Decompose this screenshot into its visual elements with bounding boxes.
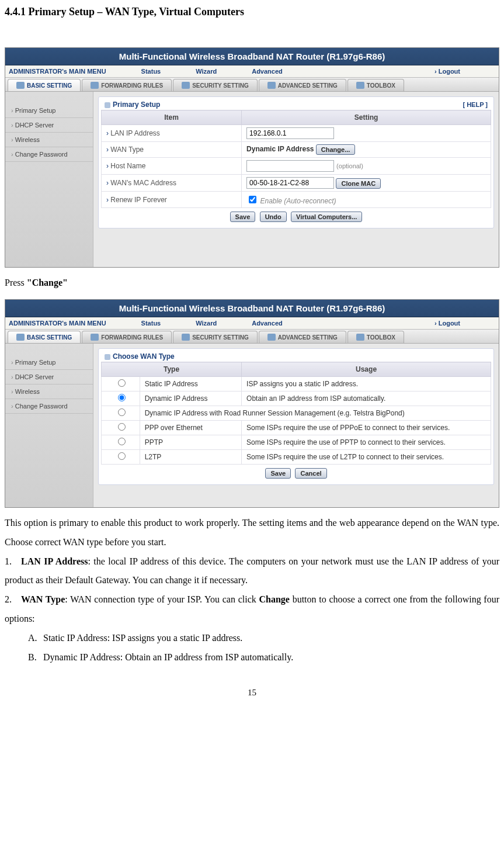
menu-wizard-2[interactable]: Wizard	[196, 320, 217, 327]
router-menubar: ADMINISTRATOR's MAIN MENU Status Wizard …	[5, 65, 499, 78]
screenshot-primary-setup: Multi-Functional Wireless Broadband NAT …	[5, 47, 499, 268]
sidebar-item-primary-setup-2[interactable]: Primary Setup	[5, 355, 93, 370]
wan-usage-pppoe: Some ISPs require the use of PPPoE to co…	[242, 421, 491, 435]
sidebar-item-wireless[interactable]: Wireless	[5, 133, 93, 147]
tab-advanced-setting-2[interactable]: ADVANCED SETTING	[259, 331, 346, 343]
row-host-name-label: Host Name	[102, 158, 242, 175]
wan-radio-dynamic[interactable]	[118, 394, 126, 401]
wan-cancel-button[interactable]: Cancel	[295, 468, 326, 479]
wan-type-l2tp: L2TP	[140, 450, 241, 465]
wan-type-dynamic-rr: Dynamic IP Address with Road Runner Sess…	[140, 406, 491, 421]
advanced-icon-2	[267, 334, 276, 341]
wan-radio-static[interactable]	[118, 379, 126, 387]
panel-title-icon-2	[105, 354, 110, 360]
th-item: Item	[102, 110, 242, 125]
menu-logout-2[interactable]: Logout	[439, 320, 460, 327]
list-sub-b: B.Dynamic IP Address: Obtain an IP addre…	[28, 648, 499, 667]
tab-forwarding-rules[interactable]: FORWARDING RULES	[82, 79, 172, 91]
tab-toolbox[interactable]: TOOLBOX	[347, 79, 404, 91]
router-sidebar-2: Primary Setup DHCP Server Wireless Chang…	[5, 344, 93, 507]
tab-advanced-setting[interactable]: ADVANCED SETTING	[259, 79, 346, 91]
numbered-list: 1.LAN IP Address: the local IP address o…	[5, 552, 499, 667]
body-paragraph: This option is primary to enable this pr…	[5, 514, 499, 552]
choose-wan-type-panel: Choose WAN Type Type Usage Static IP Add…	[98, 348, 494, 485]
tab-security-setting-2[interactable]: SECURITY SETTING	[173, 331, 258, 343]
sidebar-item-dhcp-server[interactable]: DHCP Server	[5, 118, 93, 133]
router-tabbar-2: BASIC SETTING FORWARDING RULES SECURITY …	[5, 330, 499, 344]
wan-type-table: Type Usage Static IP Address ISP assigns…	[101, 362, 491, 465]
sidebar-item-change-password[interactable]: Change Password	[5, 147, 93, 162]
wan-mac-input[interactable]	[246, 177, 334, 189]
sidebar-item-wireless-2[interactable]: Wireless	[5, 384, 93, 399]
primary-setup-panel: Primary Setup [ HELP ] Item Setting LAN …	[98, 96, 494, 228]
panel-title: Primary Setup	[113, 101, 160, 109]
list-item-1: 1.LAN IP Address: the local IP address o…	[5, 552, 499, 591]
page-number: 15	[5, 688, 499, 698]
wan-usage-pptp: Some ISPs require the use of PPTP to con…	[242, 435, 491, 450]
wan-type-pptp: PPTP	[140, 435, 241, 450]
th-setting: Setting	[242, 110, 491, 125]
wan-type-dynamic: Dynamic IP Address	[140, 392, 241, 406]
primary-setup-table: Item Setting LAN IP Address WAN Type Dyn…	[101, 110, 491, 208]
menu-advanced-2[interactable]: Advanced	[252, 320, 283, 327]
tab-forwarding-rules-2[interactable]: FORWARDING RULES	[82, 331, 172, 343]
row-wan-type-label: WAN Type	[102, 142, 242, 158]
host-name-optional: (optional)	[336, 162, 363, 169]
sidebar-item-primary-setup[interactable]: Primary Setup	[5, 103, 93, 118]
list-item-2: 2.WAN Type: WAN connection type of your …	[5, 590, 499, 629]
menu-advanced[interactable]: Advanced	[252, 68, 283, 75]
virtual-computers-button[interactable]: Virtual Computers...	[291, 212, 362, 222]
wan-type-static: Static IP Address	[140, 377, 241, 392]
clone-mac-button[interactable]: Clone MAC	[336, 178, 381, 189]
sidebar-item-change-password-2[interactable]: Change Password	[5, 399, 93, 414]
list-sub-a: A.Static IP Address: ISP assigns you a s…	[28, 629, 499, 648]
wan-usage-dynamic: Obtain an IP address from ISP automatica…	[242, 392, 491, 406]
router-sidebar: Primary Setup DHCP Server Wireless Chang…	[5, 92, 93, 267]
wan-save-button[interactable]: Save	[265, 468, 291, 479]
menu-status-2[interactable]: Status	[141, 320, 161, 327]
basic-setting-icon-2	[16, 334, 25, 341]
forwarding-icon-2	[91, 334, 99, 341]
primary-button-row: Save Undo Virtual Computers...	[101, 208, 491, 226]
renew-ip-checkbox[interactable]	[249, 196, 256, 203]
menu-logout[interactable]: Logout	[439, 68, 460, 75]
router-header-2: Multi-Functional Wireless Broadband NAT …	[5, 300, 499, 317]
security-icon	[182, 82, 190, 89]
wan-usage-l2tp: Some ISPs require the use of L2TP to con…	[242, 450, 491, 465]
wan-type-pppoe: PPP over Ethernet	[140, 421, 241, 435]
wan-radio-dynamic-rr[interactable]	[118, 408, 126, 416]
security-icon-2	[182, 334, 190, 341]
wan-radio-l2tp[interactable]	[118, 452, 126, 460]
tab-basic-setting-2[interactable]: BASIC SETTING	[8, 331, 81, 343]
row-wan-mac-label: WAN's MAC Address	[102, 175, 242, 192]
change-button[interactable]: Change...	[316, 144, 356, 155]
wan-usage-static: ISP assigns you a static IP address.	[242, 377, 491, 392]
panel-title-icon	[105, 102, 110, 108]
menu-main-2[interactable]: ADMINISTRATOR's MAIN MENU	[9, 320, 106, 327]
section-heading: 4.4.1 Primary Setup – WAN Type, Virtual …	[5, 6, 499, 18]
menu-status[interactable]: Status	[141, 68, 161, 75]
router-tabbar: BASIC SETTING FORWARDING RULES SECURITY …	[5, 78, 499, 92]
tab-basic-setting[interactable]: BASIC SETTING	[8, 79, 81, 91]
forwarding-icon	[91, 82, 99, 89]
th-usage: Usage	[242, 362, 491, 377]
wan-button-row: Save Cancel	[101, 465, 491, 482]
undo-button[interactable]: Undo	[260, 212, 287, 222]
wan-radio-pptp[interactable]	[118, 438, 126, 445]
lan-ip-input[interactable]	[246, 127, 334, 139]
menu-wizard[interactable]: Wizard	[196, 68, 217, 75]
press-change-instruction: Press "Change"	[5, 273, 499, 292]
menu-main[interactable]: ADMINISTRATOR's MAIN MENU	[9, 68, 106, 75]
save-button[interactable]: Save	[230, 212, 256, 222]
tab-toolbox-2[interactable]: TOOLBOX	[347, 331, 404, 343]
router-header: Multi-Functional Wireless Broadband NAT …	[5, 48, 499, 65]
wan-radio-pppoe[interactable]	[118, 423, 126, 431]
row-lan-ip-label: LAN IP Address	[102, 125, 242, 142]
sidebar-item-dhcp-server-2[interactable]: DHCP Server	[5, 370, 93, 384]
screenshot-choose-wan-type: Multi-Functional Wireless Broadband NAT …	[5, 299, 499, 508]
host-name-input[interactable]	[246, 160, 334, 172]
advanced-icon	[267, 82, 276, 89]
tab-security-setting[interactable]: SECURITY SETTING	[173, 79, 258, 91]
th-type: Type	[102, 362, 242, 377]
help-link[interactable]: [ HELP ]	[463, 101, 488, 108]
